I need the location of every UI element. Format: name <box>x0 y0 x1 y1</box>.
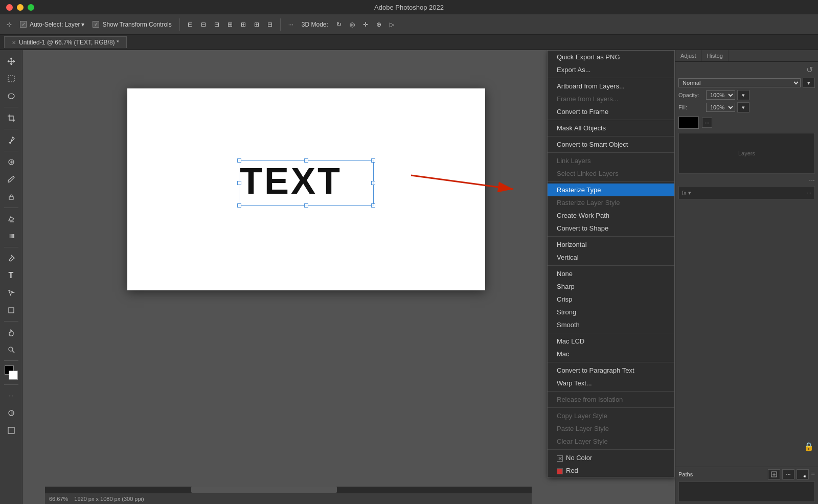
align-right[interactable]: ⊟ <box>212 20 222 29</box>
path-options-btn[interactable] <box>782 469 794 479</box>
path-select-tool[interactable] <box>3 285 19 301</box>
move-tool[interactable] <box>3 53 19 70</box>
menu-item-convert-shape[interactable]: Convert to Shape <box>548 222 674 235</box>
type-tool[interactable]: T <box>3 267 19 284</box>
stamp-tool[interactable] <box>3 189 19 205</box>
layer-dropdown-icon[interactable]: ▾ <box>81 21 84 28</box>
quick-mask[interactable] <box>3 405 19 421</box>
tab-adjust[interactable]: Adjust <box>675 50 702 61</box>
3d-pan[interactable]: ✛ <box>360 20 371 29</box>
scrollbar-thumb[interactable] <box>191 487 337 493</box>
load-path-btn[interactable] <box>797 469 809 479</box>
horizontal-scrollbar[interactable] <box>45 487 532 493</box>
tab-close-icon[interactable]: ✕ <box>12 40 16 45</box>
menu-separator-after-export-as <box>548 78 674 78</box>
menu-item-create-work-path[interactable]: Create Work Path <box>548 209 674 222</box>
lasso-tool[interactable] <box>3 88 19 104</box>
3d-rotate[interactable]: ↻ <box>334 20 344 29</box>
pen-tool[interactable] <box>3 250 19 266</box>
transform-checkbox[interactable]: ✓ Show Transform Controls <box>90 20 174 29</box>
handle-tl[interactable] <box>237 158 241 163</box>
handle-br[interactable] <box>371 203 375 208</box>
align-top[interactable]: ⊞ <box>225 20 235 29</box>
new-path-btn[interactable] <box>768 469 780 479</box>
menu-item-convert-frame[interactable]: Convert to Frame <box>548 105 674 118</box>
select-rect-tool[interactable] <box>3 71 19 87</box>
menu-item-sharp[interactable]: Sharp <box>548 280 674 293</box>
tab-histog[interactable]: Histog <box>702 50 729 61</box>
svg-point-20 <box>789 474 790 475</box>
maximize-button[interactable] <box>28 4 34 11</box>
brush-tool[interactable] <box>3 171 19 188</box>
menu-item-export-as[interactable]: Export As... <box>548 63 674 76</box>
extra-tools[interactable]: ··· <box>3 387 19 404</box>
color-pair[interactable] <box>3 365 19 380</box>
blend-mode-select[interactable]: Normal <box>678 78 801 87</box>
menu-separator-after-release-isolation <box>548 407 674 408</box>
eyedropper-tool[interactable] <box>3 132 19 148</box>
align-extra[interactable]: ⊟ <box>265 20 275 29</box>
menu-item-rasterize-type[interactable]: Rasterize Type <box>548 184 674 196</box>
menu-item-warp-text[interactable]: Warp Text... <box>548 377 674 390</box>
3d-camera[interactable]: ▷ <box>387 20 397 29</box>
auto-select-checkbox[interactable]: ✓ Auto-Select: Layer ▾ <box>17 20 87 29</box>
fill-select[interactable]: 100% <box>706 103 735 112</box>
gradient-tool[interactable] <box>3 228 19 244</box>
menu-item-quick-export[interactable]: Quick Export as PNG <box>548 51 674 63</box>
menu-item-mac[interactable]: Mac <box>548 348 674 360</box>
color-swatch-black[interactable] <box>678 117 699 129</box>
handle-mr[interactable] <box>371 181 375 185</box>
3d-orbit[interactable]: ◎ <box>347 20 357 29</box>
close-button[interactable] <box>6 4 13 11</box>
opacity-row: Opacity: 100% ▾ <box>678 90 815 100</box>
screen-mode[interactable] <box>3 422 19 439</box>
crop-tool[interactable] <box>3 110 19 126</box>
dropdown-btn-3[interactable]: ▾ <box>737 102 749 112</box>
lock-icon[interactable]: 🔒 <box>804 442 814 451</box>
opacity-select[interactable]: 100% <box>706 90 735 100</box>
shape-tool[interactable] <box>3 302 19 318</box>
3d-slide[interactable]: ⊕ <box>374 20 384 29</box>
menu-item-none[interactable]: None <box>548 267 674 280</box>
menu-item-mac-lcd[interactable]: Mac LCD <box>548 335 674 348</box>
paths-menu-icon[interactable]: ≡ <box>811 469 815 479</box>
menu-label-mac: Mac <box>557 350 570 358</box>
dropdown-btn-1[interactable]: ▾ <box>803 78 815 88</box>
undo-icon[interactable]: ↺ <box>804 63 815 76</box>
layer-style-options[interactable]: ··· <box>807 190 811 196</box>
handle-ml[interactable] <box>237 181 241 185</box>
menu-item-crisp[interactable]: Crisp <box>548 293 674 306</box>
handle-bl[interactable] <box>237 203 241 208</box>
toolbar-ellipsis[interactable]: ··· <box>286 20 296 29</box>
align-center-h[interactable]: ⊟ <box>198 20 209 29</box>
menu-item-no-color[interactable]: ✕No Color <box>548 451 674 464</box>
background-color[interactable] <box>9 371 18 380</box>
menu-item-artboard-layers[interactable]: Artboard from Layers... <box>548 80 674 93</box>
menu-item-horizontal[interactable]: Horizontal <box>548 238 674 251</box>
layers-menu-icon[interactable]: ··· <box>809 176 815 184</box>
menu-item-convert-smart[interactable]: Convert to Smart Object <box>548 138 674 151</box>
document-tab[interactable]: ✕ Untitled-1 @ 66.7% (TEXT, RGB/8) * <box>4 36 127 48</box>
menu-item-strong[interactable]: Strong <box>548 306 674 318</box>
handle-tr[interactable] <box>371 158 375 163</box>
dropdown-btn-2[interactable]: ▾ <box>737 90 749 100</box>
zoom-tool[interactable] <box>3 341 19 358</box>
align-left[interactable]: ⊟ <box>185 20 195 29</box>
handle-bm[interactable] <box>304 203 308 208</box>
move-tool-icon[interactable]: ⊹ <box>4 20 14 29</box>
hand-tool[interactable] <box>3 324 19 340</box>
canvas-area[interactable]: TEXT Quick Exp <box>22 50 675 504</box>
align-middle[interactable]: ⊞ <box>238 20 248 29</box>
minimize-button[interactable] <box>17 4 24 11</box>
handle-tm[interactable] <box>304 158 308 163</box>
heal-tool[interactable] <box>3 154 19 170</box>
menu-item-mask-objects[interactable]: Mask All Objects <box>548 122 674 134</box>
menu-item-vertical[interactable]: Vertical <box>548 251 674 264</box>
menu-item-red[interactable]: Red <box>548 464 674 477</box>
menu-label-warp-text: Warp Text... <box>557 379 592 387</box>
eraser-tool[interactable] <box>3 211 19 227</box>
color-menu-btn[interactable]: ··· <box>702 118 712 128</box>
align-bottom[interactable]: ⊞ <box>252 20 262 29</box>
menu-item-smooth[interactable]: Smooth <box>548 318 674 331</box>
menu-item-convert-paragraph[interactable]: Convert to Paragraph Text <box>548 364 674 377</box>
